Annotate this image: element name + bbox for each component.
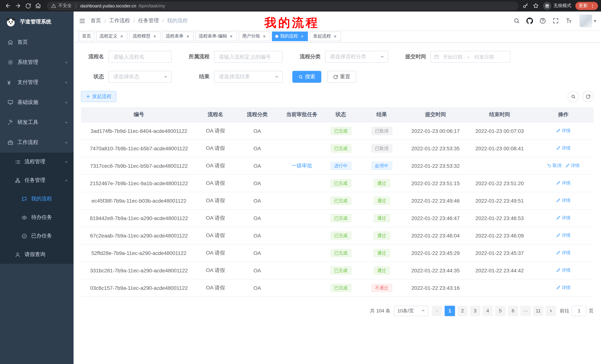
current-task-link[interactable]: 一级审批	[291, 162, 312, 168]
status-select[interactable]: 请选择状态	[109, 71, 172, 83]
tab-process-form[interactable]: 流程表单	[162, 31, 193, 41]
page-size-select[interactable]: 10条/页	[394, 306, 428, 316]
sidebar-menu: 首页 系统管理 ¥ 支付管理 基础设施	[0, 32, 74, 264]
browser-reload-icon[interactable]	[23, 1, 33, 11]
owner-process-input[interactable]	[214, 51, 283, 63]
sidebar-item-leave-query[interactable]: 请假查询	[0, 245, 74, 264]
security-label[interactable]: 不安全	[58, 3, 72, 9]
tab-my-process[interactable]: 我的流程	[272, 31, 308, 41]
browser-back-icon[interactable]	[3, 1, 13, 11]
create-process-button[interactable]: 发起流程	[81, 91, 116, 102]
detail-link[interactable]: 详情	[556, 267, 571, 273]
user-menu[interactable]	[580, 14, 597, 27]
address-bar[interactable]: 不安全 dashboard.yudao.iocoder.cn/bpm/task/…	[47, 1, 519, 10]
cell-actions: 取消详情	[533, 157, 594, 174]
page-button-3[interactable]: 3	[470, 306, 480, 316]
incognito-profile[interactable]: 无痕模式	[543, 2, 571, 10]
tab-process-form-edit[interactable]: 流程表单-编辑	[195, 31, 237, 41]
detail-link[interactable]: 详情	[556, 180, 571, 186]
breadcrumb-task-management[interactable]: 任务管理	[138, 18, 159, 24]
font-size-icon[interactable]	[565, 18, 572, 24]
tab-close-icon[interactable]	[300, 34, 305, 38]
process-name-input[interactable]	[109, 51, 172, 63]
page-button-2[interactable]: 2	[457, 306, 468, 316]
table-row: 03c6c157-7b9a-11ec-a290-acde48001122OA 请…	[81, 279, 594, 297]
sidebar-item-my-process[interactable]: 我的流程	[0, 190, 74, 208]
sidebar-item-system[interactable]: 系统管理	[0, 52, 74, 72]
page-content: 流程名 所属流程 流程分类 请选择流程分类 提交时间	[74, 43, 601, 364]
next-page-button[interactable]	[546, 306, 556, 316]
sidebar-item-infra[interactable]: 基础设施	[0, 92, 74, 112]
prev-page-button[interactable]	[432, 306, 442, 316]
detail-link[interactable]: 详情	[565, 163, 580, 169]
result-select[interactable]: 请选择流结果	[214, 71, 283, 83]
help-icon[interactable]	[539, 18, 546, 24]
tab-close-icon[interactable]	[333, 34, 338, 38]
page-button-5[interactable]: 5	[495, 306, 506, 316]
sidebar-item-payment[interactable]: ¥ 支付管理	[0, 72, 74, 92]
submit-time-range-picker[interactable]: -	[431, 51, 510, 63]
goto-page-input[interactable]	[572, 306, 587, 316]
tab-close-icon[interactable]	[185, 34, 190, 38]
tab-home[interactable]: 首页	[79, 31, 94, 41]
page-button-4[interactable]: 4	[482, 306, 493, 316]
page-button-1[interactable]: 1	[445, 306, 455, 316]
tab-process-model[interactable]: 流程模型	[129, 31, 160, 41]
tab-close-icon[interactable]	[262, 34, 267, 38]
sidebar-collapse-icon[interactable]	[74, 11, 91, 30]
page-button-6[interactable]: 6	[508, 306, 518, 316]
detail-link[interactable]: 详情	[556, 145, 571, 151]
more-pages-button[interactable]: ···	[521, 306, 531, 316]
sidebar-item-done-tasks[interactable]: 已办任务	[0, 227, 74, 245]
detail-link[interactable]: 详情	[556, 285, 571, 291]
page-button-11[interactable]: 11	[533, 306, 543, 316]
reset-button[interactable]: 重置	[327, 71, 356, 83]
browser-forward-icon[interactable]	[13, 1, 23, 11]
toggle-search-icon[interactable]	[568, 91, 579, 102]
detail-link[interactable]: 详情	[556, 197, 571, 204]
detail-link[interactable]: 详情	[556, 215, 571, 221]
breadcrumb-home[interactable]: 首页	[91, 18, 101, 24]
tab-close-icon[interactable]	[152, 34, 157, 38]
github-icon[interactable]	[526, 18, 533, 24]
status-badge: 已完成	[331, 249, 351, 257]
refresh-table-icon[interactable]	[582, 91, 594, 102]
column-header-status: 状态	[323, 107, 359, 122]
start-date-input[interactable]	[440, 54, 466, 59]
breadcrumb-workflow[interactable]: 工作流程	[109, 18, 130, 24]
sidebar-item-home[interactable]: 首页	[0, 32, 74, 52]
browser-home-icon[interactable]	[33, 1, 43, 11]
cancel-link[interactable]: 取消	[547, 163, 561, 169]
bookmark-star-icon[interactable]	[533, 3, 539, 9]
tab-process-definition[interactable]: 流程定义	[96, 31, 127, 41]
detail-link[interactable]: 详情	[556, 250, 571, 256]
tab-close-icon[interactable]	[119, 34, 124, 38]
end-date-input[interactable]	[471, 54, 498, 59]
detail-link[interactable]: 详情	[556, 232, 571, 239]
main-area: 首页 / 工作流程 / 任务管理 / 我的流程	[74, 11, 601, 364]
cell-task	[280, 227, 323, 244]
category-select[interactable]: 请选择流程分类	[325, 51, 388, 63]
result-placeholder: 请选择流结果	[219, 74, 250, 80]
detail-link[interactable]: 详情	[556, 128, 571, 134]
update-button[interactable]: 更新	[575, 2, 598, 10]
password-key-icon[interactable]	[522, 3, 529, 9]
sidebar-item-process-management[interactable]: 流程管理	[0, 153, 74, 171]
tab-initiate-process[interactable]: 发起流程	[310, 31, 341, 41]
search-button[interactable]: 搜索	[292, 71, 321, 83]
sidebar-item-workflow[interactable]: 工作流程	[0, 133, 74, 153]
sidebar-item-task-management[interactable]: 任务管理	[0, 171, 74, 190]
app-logo[interactable]: 芋道管理系统	[0, 11, 74, 32]
cell-submit-time: 2022-01-22 23:53:32	[405, 157, 466, 174]
cell-status: 已完成	[323, 122, 359, 140]
fullscreen-icon[interactable]	[552, 18, 559, 24]
owner-process-label: 所属流程	[181, 53, 214, 60]
sidebar-item-todo-tasks[interactable]: 待办任务	[0, 208, 74, 227]
avatar[interactable]	[580, 14, 592, 27]
table-row: 7317cec6-7b9b-11ec-b5b7-acde48001122OA 请…	[81, 157, 594, 174]
sidebar-item-label: 基础设施	[18, 99, 38, 106]
tab-close-icon[interactable]	[229, 34, 234, 38]
tab-user-group[interactable]: 用户分组	[239, 31, 270, 41]
sidebar-item-devtools[interactable]: 研发工具	[0, 112, 74, 133]
search-icon[interactable]	[513, 18, 520, 24]
